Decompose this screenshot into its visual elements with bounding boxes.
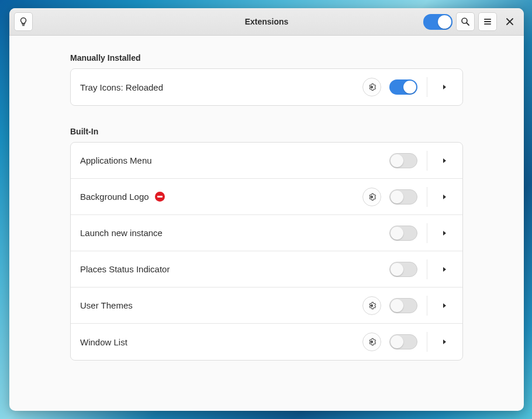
- svg-rect-4: [484, 19, 491, 20]
- toggle-knob: [391, 191, 403, 203]
- toggle-knob: [438, 15, 451, 29]
- chevron-right-icon: [443, 339, 447, 345]
- extension-settings-button[interactable]: [362, 333, 381, 351]
- content-area: Manually Installed Tray Icons: Reloaded: [9, 36, 524, 411]
- divider: [427, 187, 427, 207]
- error-icon: [155, 192, 165, 202]
- extension-row: Applications Menu: [71, 143, 462, 179]
- extension-row: User Themes: [71, 288, 462, 324]
- expand-button[interactable]: [437, 84, 453, 90]
- svg-rect-6: [484, 23, 491, 25]
- svg-rect-0: [22, 24, 25, 25]
- extension-settings-button[interactable]: [362, 296, 381, 315]
- chevron-right-icon: [443, 158, 447, 164]
- chevron-right-icon: [443, 230, 447, 236]
- extension-name: Background Logo: [80, 192, 149, 202]
- section-header-manual: Manually Installed: [70, 53, 463, 63]
- expand-button[interactable]: [437, 194, 453, 200]
- extension-settings-button[interactable]: [362, 188, 381, 206]
- extension-row: Background Logo: [71, 179, 462, 215]
- about-button[interactable]: [14, 12, 33, 31]
- svg-line-3: [467, 23, 469, 25]
- gear-icon: [367, 337, 376, 347]
- expand-button[interactable]: [437, 339, 453, 345]
- builtin-list: Applications Menu Background Logo: [70, 142, 463, 361]
- divider: [427, 259, 427, 279]
- divider: [427, 151, 427, 171]
- expand-button[interactable]: [437, 158, 453, 164]
- chevron-right-icon: [443, 84, 447, 90]
- extension-name: User Themes: [80, 300, 133, 310]
- expand-button[interactable]: [437, 303, 453, 309]
- extension-toggle[interactable]: [389, 334, 417, 349]
- expand-button[interactable]: [437, 230, 453, 236]
- extension-name: Tray Icons: Reloaded: [80, 82, 163, 92]
- manual-list: Tray Icons: Reloaded: [70, 68, 463, 106]
- extension-toggle[interactable]: [389, 298, 417, 313]
- extension-settings-button[interactable]: [362, 78, 381, 96]
- extension-toggle[interactable]: [389, 153, 417, 168]
- extension-name: Window List: [80, 337, 127, 347]
- extension-toggle[interactable]: [389, 79, 417, 95]
- extension-row: Window List: [71, 324, 462, 360]
- extension-row: Tray Icons: Reloaded: [71, 69, 462, 105]
- gear-icon: [367, 82, 376, 92]
- gear-icon: [367, 301, 376, 310]
- hamburger-icon: [483, 17, 492, 26]
- divider: [427, 332, 427, 352]
- extension-toggle[interactable]: [389, 189, 417, 205]
- extension-row: Places Status Indicator: [71, 251, 462, 288]
- search-icon: [461, 17, 470, 26]
- expand-button[interactable]: [437, 266, 453, 272]
- chevron-right-icon: [443, 266, 447, 272]
- divider: [427, 223, 427, 243]
- search-button[interactable]: [456, 12, 475, 31]
- toggle-knob: [403, 81, 416, 94]
- divider: [427, 77, 427, 97]
- divider: [427, 296, 427, 316]
- toggle-knob: [391, 154, 403, 167]
- extension-toggle[interactable]: [389, 262, 417, 277]
- chevron-right-icon: [443, 303, 447, 309]
- gear-icon: [367, 192, 376, 202]
- extension-row: Launch new instance: [71, 215, 462, 251]
- global-extensions-toggle[interactable]: [423, 14, 452, 30]
- lightbulb-icon: [19, 17, 28, 26]
- extensions-window: Extensions: [9, 8, 524, 411]
- toggle-knob: [391, 299, 403, 312]
- toggle-knob: [391, 227, 403, 240]
- close-icon: [506, 18, 514, 26]
- toggle-knob: [391, 335, 403, 348]
- extension-name: Applications Menu: [80, 155, 152, 165]
- titlebar: Extensions: [9, 8, 524, 36]
- extension-toggle[interactable]: [389, 226, 417, 241]
- extension-name: Launch new instance: [80, 228, 163, 238]
- section-header-builtin: Built-In: [70, 127, 463, 136]
- svg-rect-5: [484, 21, 491, 22]
- close-button[interactable]: [500, 12, 519, 31]
- menu-button[interactable]: [478, 12, 497, 31]
- toggle-knob: [391, 263, 403, 276]
- chevron-right-icon: [443, 194, 447, 200]
- extension-name: Places Status Indicator: [80, 264, 170, 274]
- svg-rect-1: [22, 25, 25, 26]
